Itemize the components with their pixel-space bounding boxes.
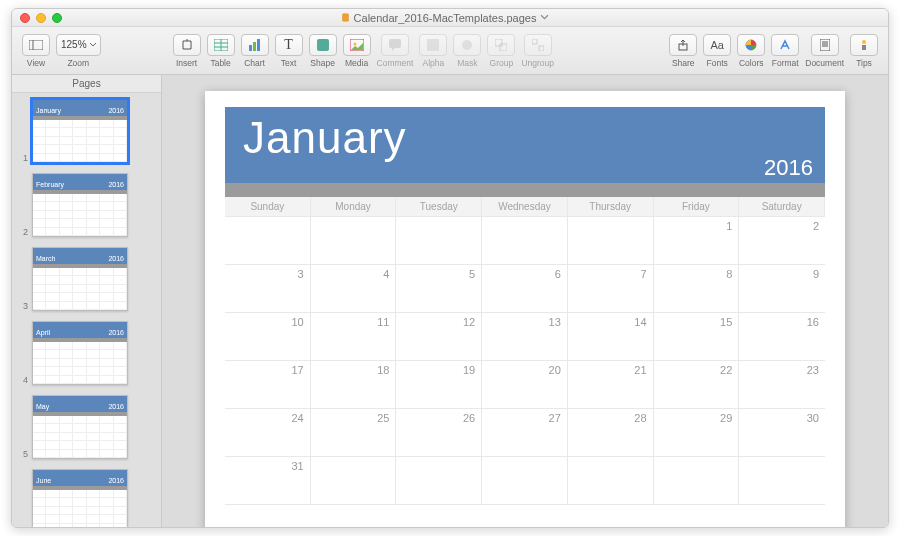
calendar-cell[interactable]	[311, 457, 397, 505]
calendar-cell[interactable]: 4	[311, 265, 397, 313]
calendar-cell[interactable]: 23	[739, 361, 825, 409]
fonts-button[interactable]: Aa	[703, 34, 731, 56]
month-banner[interactable]: January 2016	[225, 107, 825, 183]
page-number: 2	[20, 227, 28, 237]
format-button[interactable]	[771, 34, 799, 56]
calendar-cell[interactable]: 20	[482, 361, 568, 409]
calendar-cell[interactable]: 28	[568, 409, 654, 457]
calendar-cell[interactable]	[568, 217, 654, 265]
thumbnail-row[interactable]: June2016	[20, 469, 153, 527]
tips-label: Tips	[856, 58, 872, 68]
chart-button[interactable]	[241, 34, 269, 56]
calendar-cell[interactable]: 6	[482, 265, 568, 313]
document-page[interactable]: January 2016 SundayMondayTuesdayWednesda…	[205, 91, 845, 527]
page-thumbnail[interactable]: March2016	[32, 247, 128, 311]
page-thumbnail[interactable]: April2016	[32, 321, 128, 385]
svg-rect-1	[29, 40, 43, 50]
calendar-cell[interactable]: 25	[311, 409, 397, 457]
calendar-cell[interactable]	[396, 217, 482, 265]
calendar-cell[interactable]: 14	[568, 313, 654, 361]
insert-icon	[181, 39, 193, 51]
minimize-icon[interactable]	[36, 13, 46, 23]
page-thumbnail[interactable]: February2016	[32, 173, 128, 237]
svg-rect-9	[257, 39, 260, 51]
document-label: Document	[805, 58, 844, 68]
calendar-cell[interactable]: 3	[225, 265, 311, 313]
calendar-cell[interactable]: 1	[654, 217, 740, 265]
table-button[interactable]	[207, 34, 235, 56]
shape-button[interactable]	[309, 34, 337, 56]
thumbnail-list[interactable]: 1January20162February20163March20164Apri…	[12, 93, 161, 527]
calendar-cell[interactable]	[739, 457, 825, 505]
media-button[interactable]	[343, 34, 371, 56]
calendar-cell[interactable]: 15	[654, 313, 740, 361]
close-icon[interactable]	[20, 13, 30, 23]
calendar-cell[interactable]: 8	[654, 265, 740, 313]
page-thumbnail[interactable]: May2016	[32, 395, 128, 459]
day-header: Friday	[654, 197, 740, 217]
text-button[interactable]: T	[275, 34, 303, 56]
thumbnail-row[interactable]: 5May2016	[20, 395, 153, 459]
thumb-grid	[33, 416, 127, 458]
calendar-cell[interactable]: 19	[396, 361, 482, 409]
calendar-cell[interactable]: 24	[225, 409, 311, 457]
page-number: 1	[20, 153, 28, 163]
zoom-label: Zoom	[67, 58, 89, 68]
document-button[interactable]	[811, 34, 839, 56]
mask-button[interactable]	[453, 34, 481, 56]
thumb-banner: January2016	[33, 100, 127, 116]
calendar-cell[interactable]: 31	[225, 457, 311, 505]
calendar-cell[interactable]	[225, 217, 311, 265]
calendar-cell[interactable]: 2	[739, 217, 825, 265]
calendar-cell[interactable]: 21	[568, 361, 654, 409]
colors-label: Colors	[739, 58, 764, 68]
calendar-cell[interactable]: 10	[225, 313, 311, 361]
calendar-cell[interactable]: 26	[396, 409, 482, 457]
dropdown-chevron-icon[interactable]	[540, 13, 549, 22]
calendar-cell[interactable]	[654, 457, 740, 505]
calendar-cell[interactable]: 17	[225, 361, 311, 409]
page-thumbnail[interactable]: January2016	[32, 99, 128, 163]
group-icon	[495, 39, 507, 51]
text-icon: T	[284, 37, 293, 53]
canvas[interactable]: January 2016 SundayMondayTuesdayWednesda…	[162, 75, 888, 527]
thumbnail-row[interactable]: 4April2016	[20, 321, 153, 385]
tips-button[interactable]	[850, 34, 878, 56]
calendar-cell[interactable]: 9	[739, 265, 825, 313]
day-header: Sunday	[225, 197, 311, 217]
comment-button[interactable]	[381, 34, 409, 56]
calendar-cell[interactable]: 5	[396, 265, 482, 313]
calendar-cell[interactable]: 22	[654, 361, 740, 409]
insert-button[interactable]	[173, 34, 201, 56]
calendar-cell[interactable]: 12	[396, 313, 482, 361]
calendar-cell[interactable]: 29	[654, 409, 740, 457]
calendar-cell[interactable]	[396, 457, 482, 505]
view-icon	[29, 40, 43, 50]
calendar-cell[interactable]: 27	[482, 409, 568, 457]
page-thumbnail[interactable]: June2016	[32, 469, 128, 527]
chevron-down-icon	[90, 42, 96, 48]
maximize-icon[interactable]	[52, 13, 62, 23]
colors-button[interactable]	[737, 34, 765, 56]
calendar-cell[interactable]: 18	[311, 361, 397, 409]
calendar-cell[interactable]: 7	[568, 265, 654, 313]
alpha-button[interactable]	[419, 34, 447, 56]
share-button[interactable]	[669, 34, 697, 56]
calendar-cell[interactable]: 13	[482, 313, 568, 361]
thumbnail-row[interactable]: 3March2016	[20, 247, 153, 311]
group-button[interactable]	[487, 34, 515, 56]
calendar-cell[interactable]	[482, 217, 568, 265]
thumbnail-row[interactable]: 2February2016	[20, 173, 153, 237]
thumbnail-row[interactable]: 1January2016	[20, 99, 153, 163]
calendar-cell[interactable]	[482, 457, 568, 505]
thumb-grid	[33, 194, 127, 236]
calendar-cell[interactable]: 16	[739, 313, 825, 361]
view-button[interactable]	[22, 34, 50, 56]
calendar-cell[interactable]: 30	[739, 409, 825, 457]
ungroup-button[interactable]	[524, 34, 552, 56]
calendar-cell[interactable]: 11	[311, 313, 397, 361]
zoom-select[interactable]: 125%	[56, 34, 101, 56]
calendar-grid[interactable]: SundayMondayTuesdayWednesdayThursdayFrid…	[225, 197, 825, 505]
calendar-cell[interactable]	[568, 457, 654, 505]
calendar-cell[interactable]	[311, 217, 397, 265]
